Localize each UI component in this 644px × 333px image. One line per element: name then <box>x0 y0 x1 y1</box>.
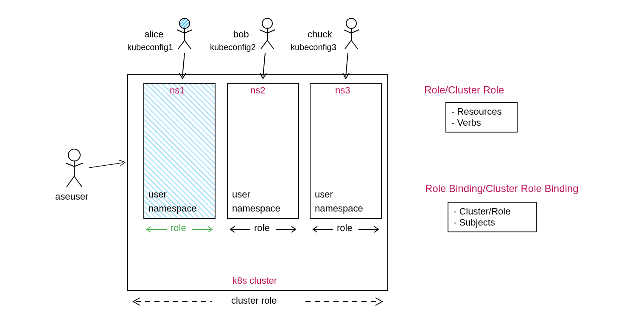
svg-line-21 <box>267 40 274 49</box>
ns2-user-label: user <box>232 189 250 200</box>
alice-config-label: kubeconfig1 <box>127 42 173 52</box>
chuck-arrow <box>342 51 358 83</box>
aseuser-stick-figure-icon <box>62 149 87 191</box>
svg-line-35 <box>263 53 265 76</box>
role-cluster-role-title: Role/Cluster Role <box>424 84 504 96</box>
k8s-cluster-label: k8s cluster <box>232 275 277 286</box>
svg-line-14 <box>178 40 185 49</box>
svg-line-34 <box>182 53 185 76</box>
aseuser-arrow <box>87 159 127 172</box>
bob-stick-figure-icon <box>255 17 280 51</box>
ns2-role-label: role <box>254 223 270 234</box>
svg-point-22 <box>346 18 356 28</box>
ns1-namespace-label: namespace <box>148 203 197 214</box>
bob-config-label: kubeconfig2 <box>210 42 256 52</box>
svg-line-27 <box>351 40 358 49</box>
role-verbs-item: - Verbs <box>451 117 512 128</box>
svg-line-26 <box>345 40 351 49</box>
ns2-title: ns2 <box>250 85 265 96</box>
svg-point-16 <box>262 18 272 28</box>
alice-stick-figure-icon <box>172 17 197 51</box>
svg-line-32 <box>67 176 74 187</box>
ns3-role-label: role <box>337 223 353 234</box>
role-binding-box: - Cluster/Role - Subjects <box>448 202 537 232</box>
svg-line-12 <box>177 30 185 33</box>
svg-line-19 <box>267 30 275 33</box>
role-binding-title: Role Binding/Cluster Role Binding <box>425 183 579 195</box>
alice-name-label: alice <box>144 29 163 40</box>
svg-line-18 <box>260 30 267 33</box>
chuck-stick-figure-icon <box>339 17 364 51</box>
svg-point-28 <box>68 149 80 161</box>
svg-line-13 <box>185 30 192 33</box>
bob-arrow <box>259 51 276 83</box>
binding-cluster-role-item: - Cluster/Role <box>454 206 531 217</box>
ns3-namespace-label: namespace <box>315 203 363 214</box>
ns3-user-label: user <box>315 189 333 200</box>
svg-line-15 <box>185 40 191 49</box>
cluster-role-label: cluster role <box>231 295 277 306</box>
svg-line-30 <box>66 163 74 166</box>
chuck-name-label: chuck <box>308 29 332 40</box>
ns1-role-label: role <box>171 223 186 234</box>
ns1-user-label: user <box>148 189 167 200</box>
bob-name-label: bob <box>233 29 249 40</box>
aseuser-name-label: aseuser <box>55 191 88 202</box>
binding-subjects-item: - Subjects <box>454 217 531 228</box>
svg-line-25 <box>351 30 359 33</box>
ns2-namespace-label: namespace <box>232 203 280 214</box>
role-cluster-role-box: - Resources - Verbs <box>445 102 518 133</box>
svg-line-24 <box>344 30 351 33</box>
svg-line-36 <box>346 53 348 76</box>
svg-point-10 <box>179 18 190 28</box>
svg-line-37 <box>89 163 123 168</box>
role-resources-item: - Resources <box>451 106 512 117</box>
ns3-title: ns3 <box>335 85 350 96</box>
chuck-config-label: kubeconfig3 <box>291 42 336 52</box>
alice-arrow <box>178 51 195 83</box>
svg-line-20 <box>261 40 267 49</box>
svg-line-31 <box>74 163 83 166</box>
svg-line-33 <box>74 176 82 187</box>
ns1-title: ns1 <box>170 85 185 96</box>
